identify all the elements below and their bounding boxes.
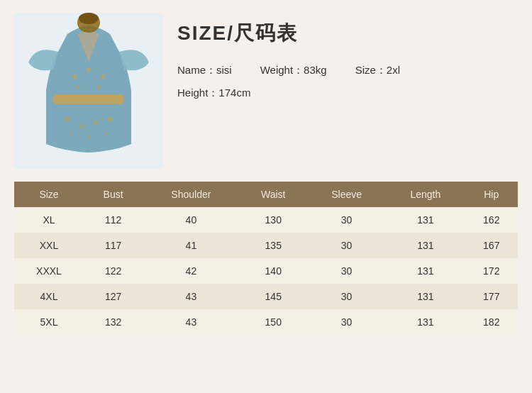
info-section: SIZE/尺码表 Name：sisi Weight：83kg Size：2xl … [177,13,518,105]
table-cell: 30 [307,207,386,233]
col-header-length: Length [386,182,465,207]
table-cell: 172 [465,258,519,284]
table-row: 5XL1324315030131182 [14,309,518,335]
model-weight: Weight：83kg [260,60,327,81]
table-row: XL1124013030131162 [14,207,518,233]
svg-rect-1 [53,94,124,104]
svg-point-12 [87,135,91,139]
table-cell: 30 [307,233,386,258]
table-row: XXL1174113530131167 [14,233,518,258]
svg-point-15 [79,13,99,24]
meta-row-2: Height：174cm [177,82,518,104]
table-cell: 5XL [14,309,84,335]
table-cell: 30 [307,258,386,284]
table-cell: 40 [143,207,239,233]
table-cell: 150 [240,309,307,335]
table-cell: 131 [386,309,465,335]
table-body: XL1124013030131162XXL1174113530131167XXX… [14,207,518,335]
meta-info: Name：sisi Weight：83kg Size：2xl Height：17… [177,60,518,104]
table-cell: 127 [84,284,143,309]
table-cell: 122 [84,258,143,284]
table-row: XXXL1224214030131172 [14,258,518,284]
col-header-bust: Bust [84,182,143,207]
table-cell: 131 [386,233,465,258]
table-cell: 132 [84,309,143,335]
top-section: SIZE/尺码表 Name：sisi Weight：83kg Size：2xl … [14,13,518,169]
table-row: 4XL1274314530131177 [14,284,518,309]
svg-point-5 [77,86,80,89]
model-size: Size：2xl [355,60,400,81]
svg-point-4 [101,74,105,79]
table-cell: 42 [143,258,239,284]
table-cell: 117 [84,233,143,258]
table-cell: 43 [143,309,239,335]
table-cell: 112 [84,207,143,233]
table-cell: 131 [386,207,465,233]
col-header-size: Size [14,182,84,207]
table-cell: 131 [386,284,465,309]
col-header-shoulder: Shoulder [143,182,239,207]
table-cell: 167 [465,233,519,258]
col-header-waist: Waist [240,182,307,207]
svg-point-7 [65,116,70,122]
model-name: Name：sisi [177,60,232,81]
svg-point-3 [87,67,91,72]
table-cell: 145 [240,284,307,309]
table-cell: 4XL [14,284,84,309]
table-cell: 130 [240,207,307,233]
svg-point-2 [72,74,77,79]
table-cell: XXXL [14,258,84,284]
table-cell: 43 [143,284,239,309]
meta-row-1: Name：sisi Weight：83kg Size：2xl [177,60,518,81]
table-cell: 41 [143,233,239,258]
svg-point-10 [107,116,113,122]
table-cell: 135 [240,233,307,258]
svg-point-9 [94,121,99,126]
svg-point-11 [70,132,73,135]
page-title: SIZE/尺码表 [177,20,518,47]
table-cell: 30 [307,309,386,335]
svg-point-6 [98,86,101,89]
header-row: SizeBustShoulderWaistSleeveLengthHip [14,182,518,207]
col-header-sleeve: Sleeve [307,182,386,207]
table-cell: 30 [307,284,386,309]
table-cell: 182 [465,309,519,335]
size-table: SizeBustShoulderWaistSleeveLengthHip XL1… [14,182,518,335]
model-height: Height：174cm [177,82,250,104]
table-cell: XXL [14,233,84,258]
table-cell: 140 [240,258,307,284]
table-header: SizeBustShoulderWaistSleeveLengthHip [14,182,518,207]
table-cell: 177 [465,284,519,309]
table-cell: 131 [386,258,465,284]
table-cell: 162 [465,207,519,233]
svg-point-13 [105,132,109,135]
table-cell: XL [14,207,84,233]
page-container: SIZE/尺码表 Name：sisi Weight：83kg Size：2xl … [0,0,532,393]
dress-image [14,13,163,169]
svg-point-8 [79,124,84,128]
col-header-hip: Hip [465,182,519,207]
